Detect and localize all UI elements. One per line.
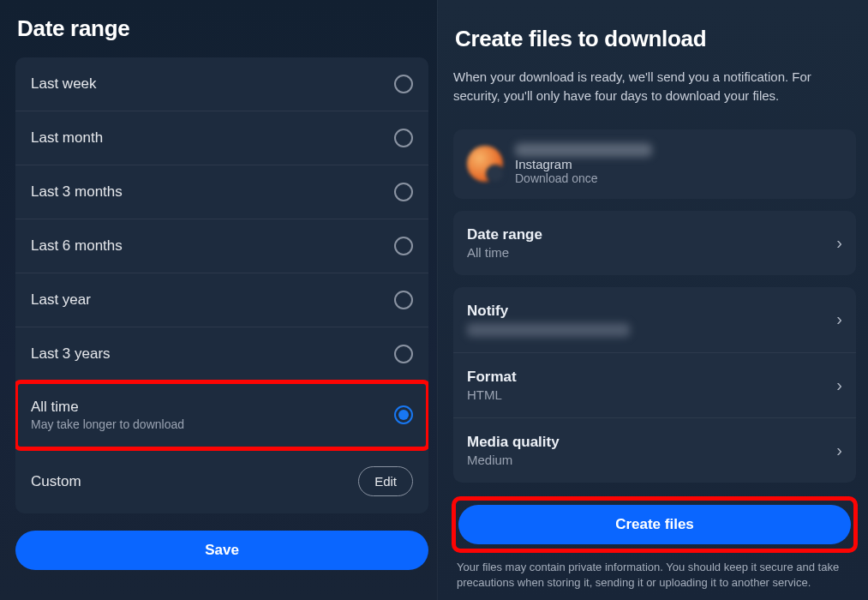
account-platform: Instagram [515,157,652,171]
footer-disclaimer: Your files may contain private informati… [453,560,856,592]
option-last-year[interactable]: Last year [15,273,428,327]
radio-icon-selected [394,405,413,424]
date-range-options: Last week Last month Last 3 months Last … [15,57,428,513]
radio-icon [394,183,413,201]
setting-value: Medium [467,453,560,467]
option-label: Last 3 months [31,183,123,201]
edit-button[interactable]: Edit [358,466,413,496]
account-name-blurred [515,143,652,157]
option-label: Last year [31,291,91,309]
chevron-right-icon: › [836,233,842,253]
option-label: Last month [31,129,103,147]
account-row[interactable]: Instagram Download once [453,129,856,199]
option-sublabel: May take longer to download [31,417,184,431]
option-label: Custom [31,473,81,490]
setting-label: Notify [467,303,630,320]
date-range-panel: Date range Last week Last month Last 3 m… [0,0,437,600]
option-label: Last week [31,75,97,93]
option-label: Last 3 years [31,345,111,363]
create-files-button[interactable]: Create files [458,505,851,544]
date-range-title: Date range [17,15,428,42]
create-files-highlight: Create files [453,498,856,551]
radio-icon [394,345,413,363]
radio-icon [394,291,413,309]
setting-label: Format [467,369,517,386]
create-files-panel: Create files to download When your downl… [437,0,868,600]
option-last-3-months[interactable]: Last 3 months [15,165,428,219]
account-card: Instagram Download once [453,129,856,199]
chevron-right-icon: › [836,375,842,395]
chevron-right-icon: › [836,309,842,329]
setting-label: Media quality [467,434,560,451]
notify-email-blurred [467,323,630,337]
setting-date-range[interactable]: Date range All time › [453,211,856,275]
setting-value: HTML [467,387,517,402]
option-last-month[interactable]: Last month [15,111,428,165]
create-files-title: Create files to download [455,26,856,52]
option-all-time[interactable]: All time May take longer to download [15,381,428,449]
option-last-week[interactable]: Last week [15,57,428,111]
create-files-desc: When your download is ready, we'll send … [453,68,856,105]
save-button[interactable]: Save [15,531,428,570]
option-label: Last 6 months [31,237,123,255]
account-frequency: Download once [515,171,652,185]
option-label: All time [31,399,184,416]
date-range-card: Date range All time › [453,211,856,275]
avatar [467,146,503,182]
setting-value: All time [467,245,542,260]
chevron-right-icon: › [836,441,842,460]
radio-icon [394,129,413,147]
setting-format[interactable]: Format HTML › [453,353,856,418]
option-last-3-years[interactable]: Last 3 years [15,327,428,381]
option-last-6-months[interactable]: Last 6 months [15,219,428,273]
radio-icon [394,75,413,93]
setting-notify[interactable]: Notify › [453,287,856,353]
settings-card: Notify › Format HTML › Media quality Med… [453,287,856,483]
setting-media-quality[interactable]: Media quality Medium › [453,418,856,483]
radio-icon [394,237,413,255]
setting-label: Date range [467,226,542,243]
option-custom[interactable]: Custom Edit [15,449,428,513]
